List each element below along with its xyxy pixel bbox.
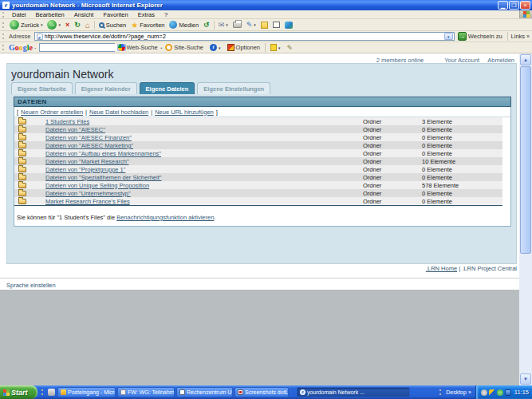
tray-antivirus-icon[interactable] <box>497 389 503 396</box>
tab-eigene-dateien[interactable]: Eigene Dateien <box>140 82 195 94</box>
language-link[interactable]: Sprache einstellen <box>6 282 56 289</box>
web-search-button[interactable]: Web-Suche <box>115 44 161 51</box>
notification-note: Sie können für "1 Student's Files" die B… <box>17 214 510 221</box>
minimize-button[interactable]: ▁ <box>498 1 508 10</box>
messenger-button[interactable] <box>282 22 295 29</box>
menu-item-datei[interactable]: Datei <box>7 11 31 18</box>
folder-icon[interactable] <box>18 151 26 156</box>
folder-icon[interactable] <box>18 175 26 180</box>
print-button[interactable] <box>231 22 244 28</box>
tab-eigene-einstellungen[interactable]: Eigene Einstellungen <box>197 82 270 94</box>
search-button[interactable]: Suchen <box>97 22 128 29</box>
chevrons-icon[interactable]: » <box>526 34 532 39</box>
chevron-down-icon[interactable]: ▾ <box>226 22 228 27</box>
folder-icon[interactable] <box>18 143 26 148</box>
address-input[interactable] <box>45 33 444 40</box>
folder-icon[interactable] <box>18 159 26 164</box>
address-dropdown-icon[interactable]: ▾ <box>444 33 453 40</box>
menu-item-favoriten[interactable]: Favoriten <box>98 11 132 18</box>
clock[interactable]: 11:15 <box>514 389 529 396</box>
taskbar-task-mail[interactable]: FW: WG: Teilnahme v... <box>117 387 175 397</box>
tray-network-icon[interactable] <box>505 389 511 396</box>
media-button[interactable]: Medien <box>167 21 201 29</box>
tray-clock-icon[interactable] <box>481 389 487 396</box>
history-button[interactable]: ↺ <box>201 21 212 29</box>
menu-item-ansicht[interactable]: Ansicht <box>69 11 99 18</box>
favorites-button[interactable]: ★ Favoriten <box>128 21 167 30</box>
tab-eigene-startseite[interactable]: Eigene Startseite <box>11 82 73 94</box>
menu-item-extras[interactable]: Extras <box>133 11 160 18</box>
folder-icon[interactable] <box>18 191 26 196</box>
mail-button[interactable]: ✉ ▾ <box>216 21 231 29</box>
highlighter-icon <box>270 44 277 51</box>
start-button[interactable]: Start <box>0 385 37 399</box>
add-url-link[interactable]: Neue URL hinzufügen <box>155 109 214 116</box>
page-info-button[interactable]: i ▾ <box>207 44 224 51</box>
file-name-link[interactable]: Dateien von "AIESEC" <box>45 126 363 133</box>
folder-icon[interactable] <box>18 127 26 132</box>
scroll-down-button[interactable]: ▼ <box>520 373 531 385</box>
folder-icon[interactable] <box>18 183 26 188</box>
desktop-label[interactable]: Desktop <box>446 389 467 395</box>
highlight-button[interactable]: ▾ <box>267 44 284 51</box>
scrollbar-thumb[interactable] <box>520 66 531 254</box>
back-button[interactable]: ← Zurück ▾ <box>7 20 45 30</box>
site-search-button[interactable]: Site-Suche <box>162 44 207 51</box>
file-name-link[interactable]: 1 Student's Files <box>45 118 363 125</box>
file-name-link[interactable]: Dateien von "Unternehmenstyp" <box>45 190 363 197</box>
notification-link[interactable]: Benachrichtigungsfunktion aktivieren <box>116 214 214 221</box>
file-name-link[interactable]: Market Research France's Files <box>45 198 363 205</box>
quick-launch-icon[interactable] <box>48 389 55 396</box>
edit-button[interactable]: ✎ ▾ <box>244 21 258 29</box>
folder-icon[interactable] <box>18 167 26 172</box>
taskbar-task-yourdomain-network[interactable]: e yourdomain Network ... <box>297 387 410 397</box>
pen-button[interactable]: ✎ <box>284 44 297 52</box>
discuss-button[interactable] <box>258 22 270 29</box>
chevron-down-icon[interactable]: ▾ <box>58 22 61 27</box>
task-label: FW: WG: Teilnahme v... <box>128 389 175 395</box>
new-folder-link[interactable]: Neuen Ordner erstellen <box>21 109 83 116</box>
chevron-down-icon[interactable]: ▾ <box>254 22 256 27</box>
taskbar-task-rechenzentrum[interactable]: Rechenzentrum Uni K... <box>176 387 233 397</box>
stop-button[interactable]: × <box>63 21 72 29</box>
file-name-link[interactable]: Dateien von "Aufbau eines Markennamens" <box>45 150 363 157</box>
window-title: yourdomain Network - Microsoft Internet … <box>12 2 497 9</box>
vertical-scrollbar[interactable]: ▲ ▼ <box>519 53 532 385</box>
close-button[interactable]: × <box>520 1 530 10</box>
chevron-down-icon[interactable]: ▾ <box>219 45 221 50</box>
refresh-button[interactable]: ↻ <box>72 21 83 29</box>
files-portlet-body: [ Neuen Ordner erstellen | Neue Datei ho… <box>14 107 511 227</box>
chevron-down-icon[interactable]: ▾ <box>41 22 43 27</box>
file-name-link[interactable]: Dateien von "Market Research" <box>45 158 363 165</box>
file-name-link[interactable]: Dateien von Unique Selling Proposition <box>45 182 363 189</box>
chevrons-icon[interactable]: » <box>468 389 471 395</box>
home-button[interactable]: ⌂ <box>83 21 93 30</box>
restore-button[interactable]: ❐ <box>509 1 519 10</box>
tab-eigener-kalender[interactable]: Eigener Kalender <box>75 82 137 94</box>
menu-item-bearbeiten[interactable]: Bearbeiten <box>31 11 69 18</box>
tray-messenger-icon[interactable] <box>489 389 495 396</box>
ie-icon: e <box>300 389 305 395</box>
go-button[interactable]: → Wechseln zu <box>455 32 506 41</box>
options-button[interactable]: Optionen <box>224 44 263 51</box>
forward-button[interactable]: → ▾ <box>45 20 63 30</box>
menu-item-hilfe[interactable]: ? <box>160 11 172 18</box>
folder-icon[interactable] <box>18 199 26 204</box>
lrn-home-link[interactable]: .LRN Home <box>426 265 457 272</box>
file-name-link[interactable]: Dateien von "Projektgruppe 1" <box>45 166 363 173</box>
scroll-up-button[interactable]: ▲ <box>520 54 531 65</box>
upload-file-link[interactable]: Neue Datei hochladen <box>89 109 148 116</box>
file-count: 0 Elemente <box>422 142 502 149</box>
file-name-link[interactable]: Dateien von "Spezialthemen der Sicherhei… <box>45 174 363 181</box>
google-search-input[interactable] <box>40 44 117 51</box>
file-name-link[interactable]: Dateien von "AIESEC Finanzen" <box>45 134 363 141</box>
file-count: 3 Elemente <box>422 118 502 125</box>
chevron-down-icon[interactable]: ▾ <box>278 45 281 50</box>
folder-icon[interactable] <box>18 119 26 124</box>
links-label[interactable]: Links <box>510 33 527 40</box>
folder-icon[interactable] <box>18 135 26 140</box>
file-name-link[interactable]: Dateien von "AIESEC Marketing" <box>45 142 363 149</box>
taskbar-task-posteingang[interactable]: Posteingang - Micros.... <box>57 387 116 397</box>
taskbar-task-screenshots[interactable]: Screenshots dotLRN... <box>234 387 289 397</box>
fullscreen-button[interactable] <box>270 22 282 28</box>
